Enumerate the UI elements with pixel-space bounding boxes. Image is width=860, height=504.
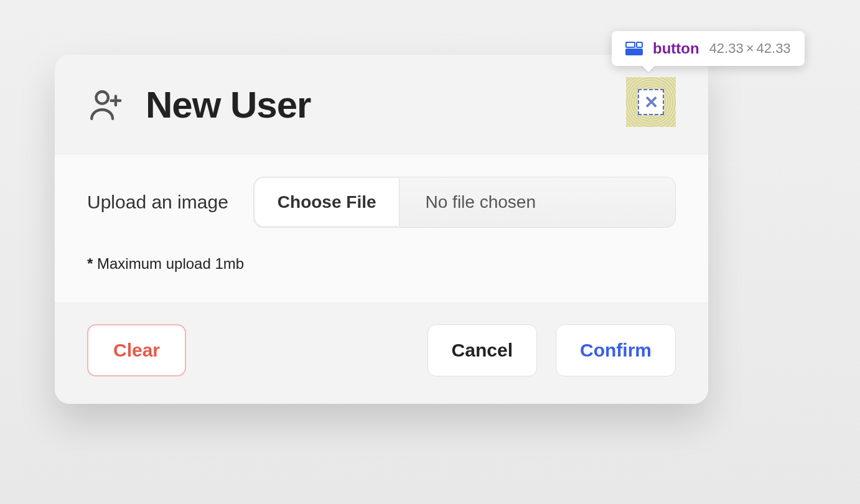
devtools-inspect-tooltip: button 42.33×42.33 bbox=[612, 31, 805, 66]
svg-rect-5 bbox=[626, 49, 642, 55]
close-icon: ✕ bbox=[644, 92, 658, 113]
close-button[interactable]: ✕ bbox=[626, 77, 676, 127]
dialog-footer: Clear Cancel Confirm bbox=[55, 303, 708, 404]
tooltip-height: 42.33 bbox=[757, 40, 791, 56]
svg-rect-3 bbox=[626, 42, 635, 47]
new-user-dialog: New User ✕ Upload an image Choose File N… bbox=[55, 55, 708, 404]
choose-file-button[interactable]: Choose File bbox=[255, 179, 400, 226]
dialog-header: New User ✕ bbox=[55, 55, 708, 154]
upload-image-label: Upload an image bbox=[87, 192, 228, 213]
file-chosen-status: No file chosen bbox=[401, 177, 675, 227]
hint-asterisk: * bbox=[87, 255, 97, 272]
hint-text: Maximum upload 1mb bbox=[97, 255, 244, 272]
tooltip-dimensions: 42.33×42.33 bbox=[709, 40, 791, 57]
tooltip-width: 42.33 bbox=[709, 40, 744, 56]
confirm-button[interactable]: Confirm bbox=[556, 324, 676, 376]
cancel-button[interactable]: Cancel bbox=[428, 324, 537, 376]
layout-icon bbox=[625, 42, 643, 55]
svg-rect-4 bbox=[637, 42, 642, 47]
upload-hint: * Maximum upload 1mb bbox=[87, 255, 676, 273]
add-user-icon bbox=[87, 87, 123, 123]
tooltip-times: × bbox=[746, 40, 754, 56]
dialog-title: New User bbox=[146, 83, 311, 126]
upload-row: Upload an image Choose File No file chos… bbox=[87, 177, 676, 228]
close-inner-highlight: ✕ bbox=[638, 89, 664, 115]
svg-point-0 bbox=[96, 91, 108, 103]
dialog-body: Upload an image Choose File No file chos… bbox=[55, 154, 708, 303]
clear-button[interactable]: Clear bbox=[87, 324, 186, 376]
tooltip-element-tag: button bbox=[653, 40, 699, 57]
file-input-control[interactable]: Choose File No file chosen bbox=[253, 177, 676, 228]
